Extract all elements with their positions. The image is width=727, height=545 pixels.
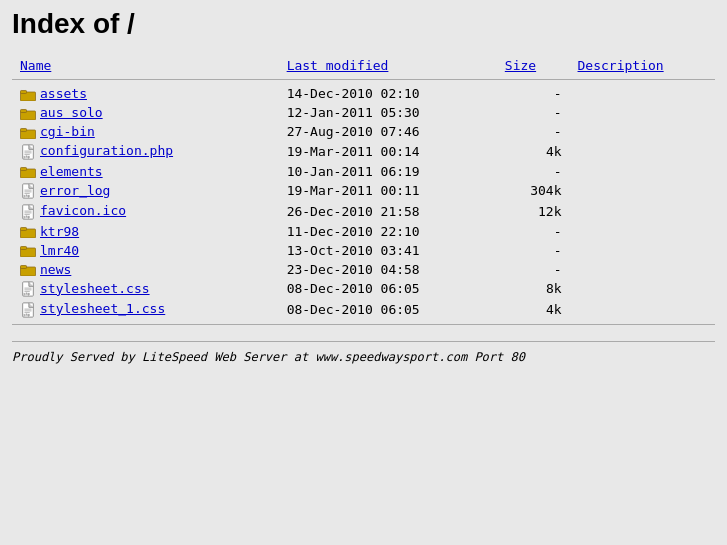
file-link[interactable]: error_log	[40, 183, 110, 198]
page-title: Index of /	[12, 8, 715, 40]
file-date-cell: 08-Dec-2010 06:05	[279, 299, 497, 320]
file-link[interactable]: cgi-bin	[40, 124, 95, 139]
svg-text:php: php	[24, 313, 30, 317]
file-icon: php	[20, 144, 36, 160]
file-size-cell: -	[497, 222, 570, 241]
file-link[interactable]: aus solo	[40, 105, 103, 120]
svg-text:php: php	[24, 194, 30, 198]
file-name-cell: php favicon.ico	[12, 201, 279, 222]
file-link[interactable]: elements	[40, 164, 103, 179]
folder-icon	[20, 108, 36, 120]
file-name-cell: elements	[12, 162, 279, 181]
file-date-cell: 26-Dec-2010 21:58	[279, 201, 497, 222]
file-name-cell: php configuration.php	[12, 141, 279, 162]
footer-text: Proudly Served by LiteSpeed Web Server a…	[12, 341, 715, 364]
folder-icon	[20, 127, 36, 139]
file-name-cell: cgi-bin	[12, 122, 279, 141]
svg-text:php: php	[24, 292, 30, 296]
sort-desc-link[interactable]: Description	[578, 58, 664, 73]
file-size-cell: 8k	[497, 279, 570, 300]
file-size-cell: -	[497, 122, 570, 141]
file-link[interactable]: stylesheet.css	[40, 281, 150, 296]
svg-text:php: php	[24, 215, 30, 219]
file-size-cell: 12k	[497, 201, 570, 222]
file-link[interactable]: assets	[40, 86, 87, 101]
file-icon: php	[20, 302, 36, 318]
table-row: php stylesheet.css 08-Dec-2010 06:05 8k	[12, 279, 715, 300]
svg-rect-12	[21, 168, 27, 171]
file-size-cell: -	[497, 162, 570, 181]
sort-date-link[interactable]: Last modified	[287, 58, 389, 73]
file-date-cell: 10-Jan-2011 06:19	[279, 162, 497, 181]
table-row: assets 14-Dec-2010 02:10 -	[12, 84, 715, 103]
table-row: lmr40 13-Oct-2010 03:41 -	[12, 241, 715, 260]
file-date-cell: 19-Mar-2011 00:11	[279, 181, 497, 202]
file-link[interactable]: ktr98	[40, 224, 79, 239]
table-row: ktr98 11-Dec-2010 22:10 -	[12, 222, 715, 241]
file-desc-cell	[570, 162, 715, 181]
file-date-cell: 08-Dec-2010 06:05	[279, 279, 497, 300]
file-name-cell: assets	[12, 84, 279, 103]
folder-icon	[20, 166, 36, 178]
table-row: php favicon.ico 26-Dec-2010 21:58 12k	[12, 201, 715, 222]
file-desc-cell	[570, 103, 715, 122]
file-icon: php	[20, 204, 36, 220]
file-name-cell: lmr40	[12, 241, 279, 260]
file-date-cell: 13-Oct-2010 03:41	[279, 241, 497, 260]
file-date-cell: 19-Mar-2011 00:14	[279, 141, 497, 162]
file-link[interactable]: configuration.php	[40, 143, 173, 158]
svg-rect-28	[21, 266, 27, 269]
file-desc-cell	[570, 181, 715, 202]
svg-rect-5	[21, 128, 27, 131]
file-desc-cell	[570, 222, 715, 241]
table-row: cgi-bin 27-Aug-2010 07:46 -	[12, 122, 715, 141]
file-date-cell: 27-Aug-2010 07:46	[279, 122, 497, 141]
svg-text:php: php	[24, 155, 30, 159]
svg-rect-1	[21, 90, 27, 93]
folder-icon	[20, 89, 36, 101]
folder-icon	[20, 264, 36, 276]
file-desc-cell	[570, 84, 715, 103]
file-date-cell: 23-Dec-2010 04:58	[279, 260, 497, 279]
table-row: php configuration.php 19-Mar-2011 00:14 …	[12, 141, 715, 162]
file-desc-cell	[570, 299, 715, 320]
file-link[interactable]: stylesheet_1.css	[40, 301, 165, 316]
file-desc-cell	[570, 260, 715, 279]
file-size-cell: 4k	[497, 299, 570, 320]
file-date-cell: 11-Dec-2010 22:10	[279, 222, 497, 241]
sort-size-link[interactable]: Size	[505, 58, 536, 73]
file-name-cell: php stylesheet.css	[12, 279, 279, 300]
file-date-cell: 12-Jan-2011 05:30	[279, 103, 497, 122]
table-row: elements 10-Jan-2011 06:19 -	[12, 162, 715, 181]
sort-name-link[interactable]: Name	[20, 58, 51, 73]
file-name-cell: aus solo	[12, 103, 279, 122]
file-size-cell: 4k	[497, 141, 570, 162]
file-date-cell: 14-Dec-2010 02:10	[279, 84, 497, 103]
file-size-cell: -	[497, 103, 570, 122]
file-size-cell: -	[497, 241, 570, 260]
table-row: php error_log 19-Mar-2011 00:11 304k	[12, 181, 715, 202]
table-row: aus solo 12-Jan-2011 05:30 -	[12, 103, 715, 122]
file-desc-cell	[570, 241, 715, 260]
file-size-cell: -	[497, 84, 570, 103]
file-link[interactable]: news	[40, 262, 71, 277]
file-name-cell: php error_log	[12, 181, 279, 202]
file-desc-cell	[570, 279, 715, 300]
file-icon: php	[20, 183, 36, 199]
file-desc-cell	[570, 122, 715, 141]
table-row: php stylesheet_1.css 08-Dec-2010 06:05 4…	[12, 299, 715, 320]
table-row: news 23-Dec-2010 04:58 -	[12, 260, 715, 279]
file-desc-cell	[570, 141, 715, 162]
folder-icon	[20, 245, 36, 257]
svg-rect-24	[21, 228, 27, 231]
file-icon: php	[20, 281, 36, 297]
file-link[interactable]: lmr40	[40, 243, 79, 258]
file-size-cell: 304k	[497, 181, 570, 202]
file-size-cell: -	[497, 260, 570, 279]
file-name-cell: news	[12, 260, 279, 279]
file-link[interactable]: favicon.ico	[40, 203, 126, 218]
file-listing: Name Last modified Size Description asse…	[12, 56, 715, 329]
file-name-cell: php stylesheet_1.css	[12, 299, 279, 320]
file-name-cell: ktr98	[12, 222, 279, 241]
file-desc-cell	[570, 201, 715, 222]
